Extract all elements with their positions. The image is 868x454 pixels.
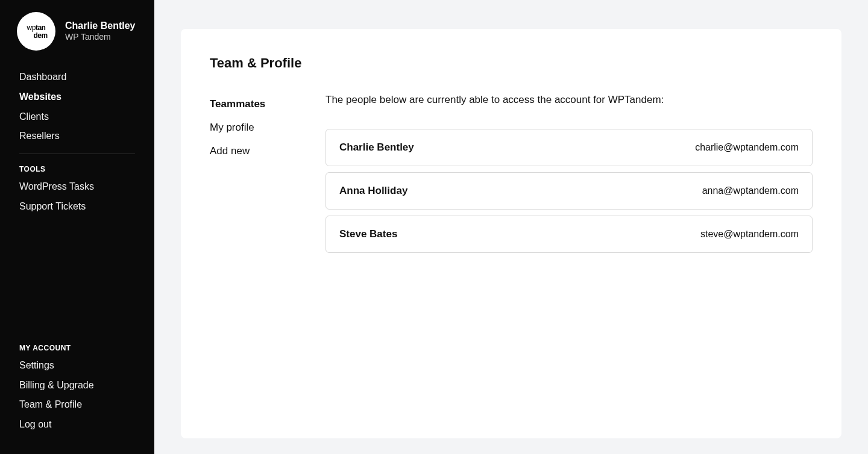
teammate-email: anna@wptandem.com — [702, 185, 799, 196]
content-body: The people below are currently able to a… — [326, 93, 813, 259]
intro-text: The people below are currently able to a… — [326, 93, 813, 107]
sidebar-item-settings[interactable]: Settings — [19, 356, 135, 376]
content-row: Teammates My profile Add new The people … — [210, 93, 813, 259]
nav-tools: WordPress Tasks Support Tickets — [0, 177, 154, 217]
sidebar-item-wordpress-tasks[interactable]: WordPress Tasks — [19, 177, 135, 197]
teammate-name: Charlie Bentley — [339, 141, 414, 154]
sidebar-header: wptan dem Charlie Bentley WP Tandem — [0, 12, 154, 51]
user-org: WP Tandem — [65, 31, 135, 43]
sidebar: wptan dem Charlie Bentley WP Tandem Dash… — [0, 0, 154, 454]
main: Team & Profile Teammates My profile Add … — [154, 0, 868, 454]
nav-heading-account: MY ACCOUNT — [0, 340, 154, 356]
user-block: Charlie Bentley WP Tandem — [65, 20, 135, 43]
page-title: Team & Profile — [210, 55, 813, 71]
user-name: Charlie Bentley — [65, 20, 135, 31]
logo-text-prefix: wp — [27, 23, 36, 32]
logo-text-bold: tan — [36, 23, 46, 32]
sidebar-item-clients[interactable]: Clients — [19, 107, 135, 127]
sidebar-item-dashboard[interactable]: Dashboard — [19, 67, 135, 87]
sidebar-item-team-profile[interactable]: Team & Profile — [19, 395, 135, 415]
content-card: Team & Profile Teammates My profile Add … — [181, 29, 841, 438]
sidebar-item-support-tickets[interactable]: Support Tickets — [19, 197, 135, 217]
subnav-item-teammates[interactable]: Teammates — [210, 93, 306, 116]
teammate-row[interactable]: Charlie Bentley charlie@wptandem.com — [326, 129, 813, 166]
sidebar-item-resellers[interactable]: Resellers — [19, 126, 135, 146]
teammate-row[interactable]: Anna Holliday anna@wptandem.com — [326, 172, 813, 210]
sidebar-item-logout[interactable]: Log out — [19, 415, 135, 435]
subnav: Teammates My profile Add new — [210, 93, 306, 259]
sidebar-item-billing[interactable]: Billing & Upgrade — [19, 376, 135, 396]
nav-main: Dashboard Websites Clients Resellers — [0, 67, 154, 146]
logo-icon: wptan dem — [17, 12, 55, 51]
teammate-name: Anna Holliday — [339, 185, 407, 197]
subnav-item-add-new[interactable]: Add new — [210, 140, 306, 163]
teammate-email: steve@wptandem.com — [700, 229, 799, 240]
sidebar-item-websites[interactable]: Websites — [19, 87, 135, 107]
teammate-name: Steve Bates — [339, 228, 397, 240]
nav-account: Settings Billing & Upgrade Team & Profil… — [0, 356, 154, 442]
subnav-item-my-profile[interactable]: My profile — [210, 116, 306, 140]
logo-text-line2: dem — [33, 32, 47, 39]
teammate-row[interactable]: Steve Bates steve@wptandem.com — [326, 216, 813, 253]
teammate-email: charlie@wptandem.com — [695, 142, 799, 153]
nav-heading-tools: TOOLS — [0, 161, 154, 177]
nav-divider — [19, 154, 135, 154]
